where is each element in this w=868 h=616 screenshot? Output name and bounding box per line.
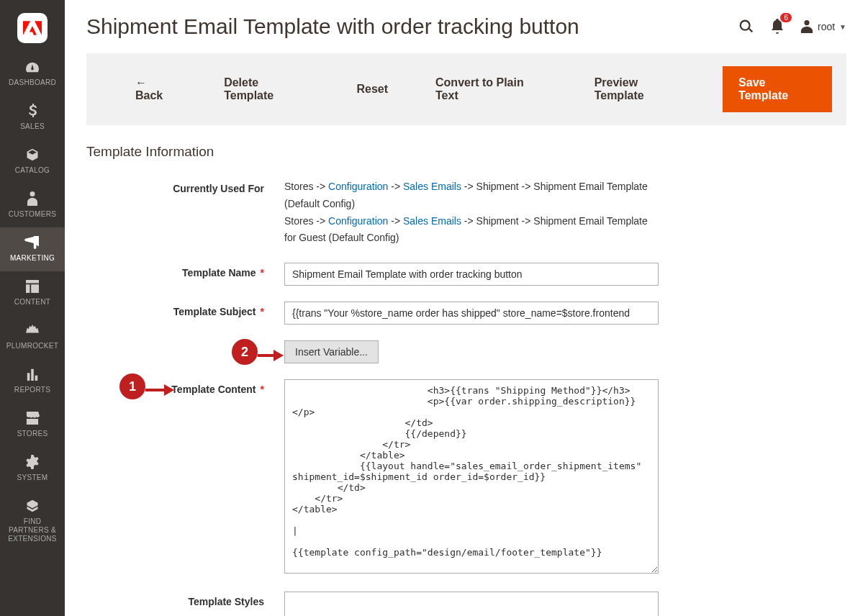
user-menu[interactable]: root ▼ [800,20,846,33]
sidebar-item-label: REPORTS [14,386,50,394]
insert-variable-button[interactable]: Insert Variable... [284,340,379,363]
template-subject-input[interactable] [284,302,659,325]
search-button[interactable] [738,19,754,35]
field-label: Currently Used For [86,178,284,247]
sidebar-item-dashboard[interactable]: DASHBOARD [0,52,65,96]
search-icon [738,19,754,35]
sidebar-item-marketing[interactable]: MARKETING [0,227,65,271]
preview-template-button[interactable]: Preview Template [582,68,701,111]
user-icon [800,20,813,33]
field-insert-variable: 2 Insert Variable... [86,340,846,363]
sales-emails-link[interactable]: Sales Emails [403,181,461,192]
page-title: Shipment Email Template with order track… [86,14,579,39]
sidebar-item-find-partners[interactable]: FIND PARTNERS & EXTENSIONS [0,491,65,552]
layout-icon [26,278,39,294]
section-title: Template Information [86,144,846,160]
sidebar-item-label: SYSTEM [17,474,48,482]
sidebar-item-customers[interactable]: CUSTOMERS [0,184,65,227]
partners-icon [25,498,40,514]
sidebar-item-label: PLUMROCKET [6,342,58,350]
admin-sidebar: DASHBOARD SALES CATALOG CUSTOMERS MARKET… [0,0,65,616]
gear-icon [25,454,40,470]
field-template-styles: Template Styles [86,592,846,616]
template-name-input[interactable] [284,263,659,286]
sidebar-item-label: SALES [20,122,45,131]
template-styles-textarea[interactable] [284,592,659,616]
sidebar-item-label: FIND PARTNERS & EXTENSIONS [3,517,62,543]
logo[interactable] [17,13,48,43]
user-name: root [818,21,835,32]
catalog-icon [25,147,40,163]
field-label: Template Subject [173,306,256,317]
sidebar-item-label: MARKETING [10,254,55,263]
field-label: Template Name [182,267,256,278]
page-header: Shipment Email Template with order track… [65,0,868,53]
sidebar-item-label: CATALOG [15,166,50,175]
sales-emails-link[interactable]: Sales Emails [403,215,461,227]
dashboard-icon [24,59,40,75]
caret-down-icon: ▼ [839,23,846,31]
reports-icon [26,366,39,382]
megaphone-icon [24,235,40,250]
sidebar-item-plumrocket[interactable]: PLUMROCKET [0,315,65,359]
sidebar-item-content[interactable]: CONTENT [0,271,65,315]
field-template-subject: Template Subject* [86,302,846,325]
back-button[interactable]: Back [122,68,189,111]
stores-icon [25,410,40,426]
main-content: Shipment Email Template with order track… [65,0,868,616]
used-for-entry: Stores -> Configuration -> Sales Emails … [284,213,659,248]
template-content-textarea[interactable] [284,379,659,574]
save-template-button[interactable]: Save Template [723,66,832,112]
person-icon [27,191,37,207]
dollar-icon [27,103,37,119]
used-for-entry: Stores -> Configuration -> Sales Emails … [284,178,659,213]
reset-button[interactable]: Reset [343,74,401,104]
required-mark: * [261,306,264,317]
template-information-section: Template Information Currently Used For … [65,144,868,616]
sidebar-item-stores[interactable]: STORES [0,403,65,447]
notifications-button[interactable]: 6 [770,19,785,35]
configuration-link[interactable]: Configuration [328,181,388,192]
sidebar-item-label: DASHBOARD [9,78,56,87]
sidebar-item-label: STORES [17,430,48,438]
annotation-circle-1: 1 [119,373,145,399]
sidebar-item-reports[interactable]: REPORTS [0,359,65,403]
required-mark: * [261,384,264,395]
plumrocket-icon [26,322,39,338]
configuration-link[interactable]: Configuration [328,215,388,227]
sidebar-item-catalog[interactable]: CATALOG [0,140,65,184]
sidebar-item-label: CONTENT [14,298,50,307]
notification-badge: 6 [780,13,792,22]
field-currently-used-for: Currently Used For Stores -> Configurati… [86,178,846,247]
sidebar-item-label: CUSTOMERS [9,210,56,219]
delete-template-button[interactable]: Delete Template [211,68,322,111]
convert-plain-text-button[interactable]: Convert to Plain Text [422,68,560,111]
field-label: Template Content [171,384,256,395]
field-template-name: Template Name* [86,263,846,286]
sidebar-item-sales[interactable]: SALES [0,96,65,140]
field-label: Template Styles [188,596,264,607]
adobe-logo-icon [23,19,42,37]
required-mark: * [261,267,264,278]
annotation-circle-2: 2 [232,339,258,365]
action-toolbar: Back Delete Template Reset Convert to Pl… [86,53,846,125]
field-template-content: 1 Template Content* [86,379,846,576]
sidebar-item-system[interactable]: SYSTEM [0,447,65,491]
